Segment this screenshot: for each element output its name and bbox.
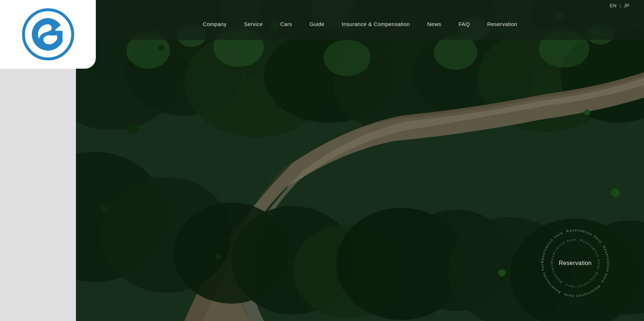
logo-panel — [0, 0, 96, 69]
navbar: EN | JP Company Service Cars Guide Insur… — [76, 0, 644, 40]
nav-item-service[interactable]: Service — [244, 21, 263, 27]
main-content: EN | JP Company Service Cars Guide Insur… — [76, 0, 644, 321]
lang-en[interactable]: EN — [610, 3, 617, 8]
nav-links-container: Company Service Cars Guide Insurance & C… — [76, 8, 644, 40]
reservation-badge[interactable]: Reservation here. Reservation here. Rese… — [539, 227, 611, 299]
lang-separator: | — [619, 3, 620, 8]
nav-item-company[interactable]: Company — [203, 21, 227, 27]
language-bar: EN | JP — [76, 0, 644, 8]
reservation-center-label[interactable]: Reservation — [559, 260, 592, 266]
nav-item-guide[interactable]: Guide — [310, 21, 325, 27]
nav-item-news[interactable]: News — [427, 21, 441, 27]
nav-item-insurance[interactable]: Insurance & Compensation — [342, 21, 410, 27]
nav-item-cars[interactable]: Cars — [280, 21, 292, 27]
gs-logo[interactable] — [21, 7, 75, 61]
nav-item-reservation[interactable]: Reservation — [487, 21, 517, 27]
left-sidebar — [0, 69, 76, 321]
lang-jp[interactable]: JP — [624, 3, 630, 8]
nav-item-faq[interactable]: FAQ — [459, 21, 470, 27]
